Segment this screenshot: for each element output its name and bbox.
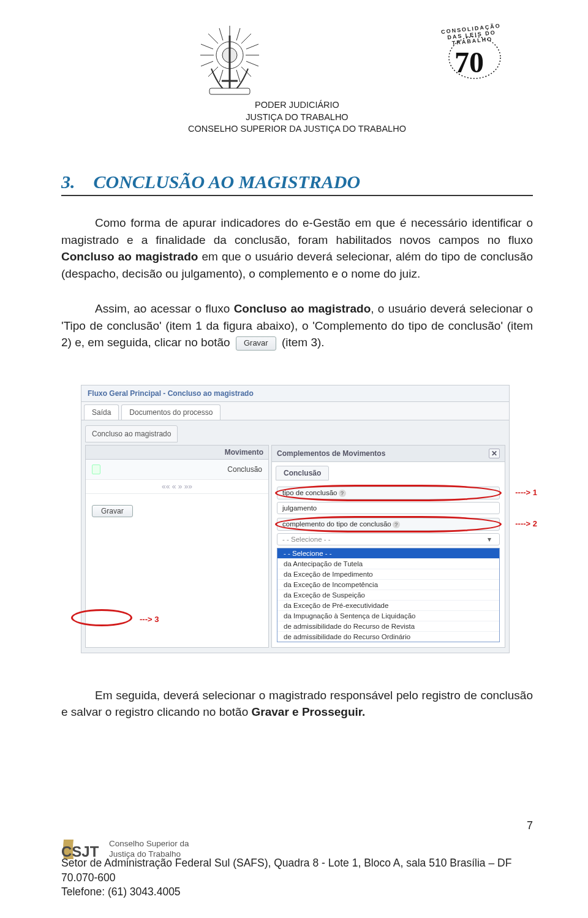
annotation-arrow-1: ----> 1: [515, 488, 537, 497]
p2-text-a: Assim, ao acessar o fluxo: [95, 302, 234, 315]
complementos-title: Complementos de Movimentos: [277, 449, 385, 458]
header-line1: PODER JUDICIÁRIO: [61, 99, 533, 112]
mov-header-right: Movimento: [225, 448, 263, 457]
svg-line-10: [219, 28, 223, 40]
tab-documentos[interactable]: Documentos do processo: [121, 404, 221, 420]
gravar-button[interactable]: Gravar: [92, 505, 133, 517]
field-stack: tipo de conclusão? ----> 1 julgamento co…: [272, 480, 505, 647]
select-option[interactable]: - - Selecione - -: [277, 548, 499, 559]
select-option[interactable]: de admissibilidade do Recurso Ordinário: [277, 632, 499, 642]
flow-title: Fluxo Geral Principal - Concluso ao magi…: [81, 385, 509, 402]
header-line2: JUSTIÇA DO TRABALHO: [61, 112, 533, 124]
select-option[interactable]: da Impugnação à Sentença de Liquidação: [277, 611, 499, 621]
subtab-concluso[interactable]: Concluso ao magistrado: [85, 425, 178, 442]
paragraph-1: Como forma de apurar indicadores do e-Ge…: [61, 214, 533, 282]
select-option[interactable]: da Exceção de Suspeição: [277, 590, 499, 601]
complemento-select-closed[interactable]: - - Selecione - - ▾: [277, 533, 500, 545]
paragraph-3: Em seguida, deverá selecionar o magistra…: [61, 687, 533, 721]
select-option[interactable]: de admissibilidade do Recurso de Revista: [277, 621, 499, 632]
page-header: CONSOLIDAÇÃO DAS LEIS DO TRABALHO 70 POD…: [61, 25, 533, 141]
document-icon: [92, 465, 100, 474]
svg-line-7: [241, 34, 251, 44]
svg-rect-20: [209, 88, 250, 94]
conclusao-tab-row: Conclusão: [272, 462, 505, 480]
header-institution-text: PODER JUDICIÁRIO JUSTIÇA DO TRABALHO CON…: [61, 99, 533, 135]
svg-line-6: [208, 34, 218, 44]
chevron-down-icon[interactable]: ▾: [484, 536, 494, 544]
annotation-ring-1: [275, 485, 502, 501]
header-line3: CONSELHO SUPERIOR DA JUSTIÇA DO TRABALHO: [61, 123, 533, 135]
pje-panel: Fluxo Geral Principal - Concluso ao magi…: [81, 385, 510, 653]
svg-line-11: [236, 28, 240, 40]
tipo-conclusao-field[interactable]: tipo de conclusão? ----> 1: [277, 487, 500, 499]
close-icon[interactable]: ✕: [489, 449, 500, 458]
complementos-title-bar: Complementos de Movimentos ✕: [272, 446, 505, 462]
csjt-line1: Conselho Superior da: [109, 839, 189, 849]
p3-bold: Gravar e Prosseguir.: [252, 705, 366, 718]
svg-line-14: [201, 61, 213, 66]
tab-conclusao[interactable]: Conclusão: [276, 466, 329, 480]
page-number: 7: [527, 819, 533, 832]
embedded-screenshot: Fluxo Geral Principal - Concluso ao magi…: [58, 385, 533, 653]
annotation-arrow-3: ---> 3: [140, 615, 159, 624]
top-tabs: Saída Documentos do processo: [81, 402, 509, 420]
logo70-number: 70: [454, 46, 484, 78]
national-emblem-icon: [196, 25, 263, 101]
panel-body: . Movimento Conclusão «« « » »» Gravar -…: [81, 442, 509, 653]
p1-text-a: Como forma de apurar indicadores do e-Ge…: [61, 216, 533, 246]
select-option[interactable]: da Exceção de Pré-executividade: [277, 601, 499, 611]
annotation-arrow-2: ----> 2: [515, 519, 537, 528]
p2-text-d: (item 3).: [282, 336, 325, 349]
anniversary-70-logo-icon: CONSOLIDAÇÃO DAS LEIS DO TRABALHO 70: [447, 31, 502, 86]
select-option[interactable]: da Antecipação de Tutela: [277, 559, 499, 569]
select-placeholder: - - Selecione - -: [282, 536, 331, 543]
annotation-ring-3: [71, 609, 132, 626]
footer-address: Setor de Administração Federal Sul (SAFS…: [61, 856, 533, 900]
movimento-row[interactable]: Conclusão: [86, 460, 268, 480]
svg-line-12: [201, 44, 213, 49]
svg-line-13: [246, 44, 258, 49]
svg-line-15: [246, 61, 258, 66]
p1-bold: Concluso ao magistrado: [61, 250, 198, 263]
section-number: 3.: [61, 172, 75, 192]
footer-phone: Telefone: (61) 3043.4005: [61, 885, 533, 900]
select-option[interactable]: da Exceção de Incompetência: [277, 580, 499, 590]
movimento-panel: . Movimento Conclusão «« « » »» Gravar -…: [85, 445, 269, 648]
annotation-ring-2: [275, 516, 502, 533]
pager[interactable]: «« « » »»: [86, 480, 268, 494]
tab-saida[interactable]: Saída: [84, 404, 119, 420]
p2-bold: Concluso ao magistrado: [234, 302, 371, 315]
select-option[interactable]: da Exceção de Impedimento: [277, 569, 499, 580]
movimento-value: Conclusão: [107, 465, 262, 474]
subtab-row: Concluso ao magistrado: [81, 420, 509, 442]
tipo-conclusao-value: julgamento: [277, 502, 500, 514]
gravar-chip-inline: Gravar: [236, 336, 276, 351]
complementos-panel: Complementos de Movimentos ✕ Conclusão t…: [271, 445, 505, 648]
complemento-select-open[interactable]: - - Selecione - - da Antecipação de Tute…: [277, 548, 500, 642]
section-heading: CONCLUSÃO AO MAGISTRADO: [94, 172, 361, 192]
paragraph-2: Assim, ao acessar o fluxo Concluso ao ma…: [61, 300, 533, 351]
movimento-header: . Movimento: [86, 446, 268, 460]
footer-address-line: Setor de Administração Federal Sul (SAFS…: [61, 856, 533, 885]
section-title: 3. CONCLUSÃO AO MAGISTRADO: [61, 172, 533, 196]
complemento-tipo-field[interactable]: complemento do tipo de conclusão? ----> …: [277, 518, 500, 531]
